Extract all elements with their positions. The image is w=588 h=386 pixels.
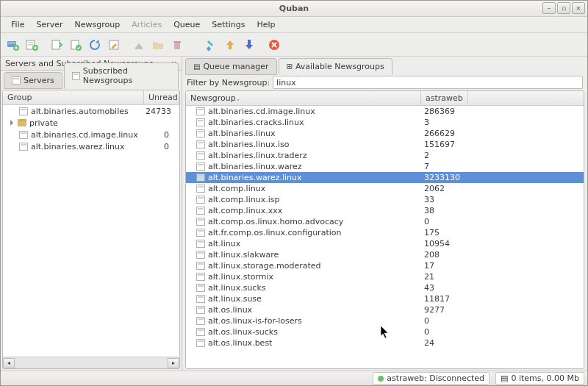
table-row[interactable]: alt.linux10954 (186, 238, 584, 249)
table-row[interactable]: alt.binaries.linux.iso151697 (186, 139, 584, 150)
newsgroups-table: Newsgroup⌄ astraweb alt.binaries.cd.imag… (185, 90, 584, 369)
table-header: Newsgroup⌄ astraweb (186, 91, 584, 106)
svg-rect-1 (8, 43, 15, 43)
status-queue: ▤ 0 items, 0.00 Mb (495, 372, 584, 385)
titlebar: Quban – ▫ × (1, 1, 587, 17)
status-dot-icon (378, 376, 384, 382)
table-row[interactable]: alt.os.linux-sucks0 (186, 326, 584, 337)
menu-newsgroup[interactable]: Newsgroup (69, 18, 126, 32)
minimize-button[interactable]: – (542, 2, 556, 14)
open-folder-button[interactable] (149, 36, 167, 54)
stop-button[interactable] (265, 36, 283, 54)
folder-icon (18, 119, 26, 126)
clean-button[interactable] (202, 36, 220, 54)
tree-body[interactable]: alt.binaries.automobiles24733privatealt.… (3, 105, 179, 357)
table-body[interactable]: alt.binaries.cd.image.linux286369alt.bin… (186, 106, 584, 368)
scroll-right-button[interactable]: ▸ (168, 358, 179, 368)
tree-row[interactable]: alt.binaries.warez.linux0 (3, 140, 179, 152)
th-server-count[interactable]: astraweb (421, 91, 468, 105)
tree-row[interactable]: alt.binaries.cd.image.linux0 (3, 129, 179, 140)
queue-icon: ▤ (193, 62, 200, 71)
svg-rect-15 (248, 40, 251, 45)
filter-label: Filter by Newsgroup: (187, 78, 270, 87)
delete-button[interactable] (168, 36, 186, 54)
table-row[interactable]: alt.linux.sucks43 (186, 282, 584, 293)
queue-icon: ▤ (501, 374, 508, 383)
th-unread[interactable]: Unread (144, 90, 179, 104)
refresh-button[interactable] (86, 36, 104, 54)
menu-server[interactable]: Server (30, 18, 68, 32)
tree-row[interactable]: private (3, 117, 179, 129)
table-row[interactable]: alt.linux.stormix21 (186, 271, 584, 282)
download-selected-button[interactable] (67, 36, 85, 54)
menu-file[interactable]: File (5, 18, 30, 32)
svg-rect-11 (135, 48, 143, 49)
maximize-button[interactable]: ▫ (557, 2, 570, 14)
news-icon (196, 262, 205, 270)
upload-button[interactable] (221, 36, 239, 54)
svg-rect-4 (28, 42, 33, 43)
edit-button[interactable] (105, 36, 123, 54)
table-row[interactable]: alt.os.linux9277 (186, 304, 584, 315)
table-row[interactable]: alt.binaries.linux.traderz2 (186, 150, 584, 161)
tab-queue-manager[interactable]: ▤Queue manager (185, 58, 277, 75)
table-row[interactable]: alt.comp.linux.xxx38 (186, 205, 584, 216)
menubar: FileServerNewsgroupArticlesQueueSettings… (1, 17, 587, 33)
table-row[interactable]: alt.comp.linux.isp33 (186, 194, 584, 205)
news-icon (196, 185, 205, 193)
th-group[interactable]: Group (3, 90, 144, 104)
news-icon (196, 129, 205, 137)
news-icon (196, 218, 205, 226)
table-row[interactable]: alt.binaries.linux266629 (186, 128, 584, 139)
table-row[interactable]: alt.binaries.cd.image.linux286369 (186, 106, 584, 117)
news-icon (19, 107, 28, 115)
table-row[interactable]: alt.os.linux.best24 (186, 337, 584, 349)
subscribed-tree: Group Unread alt.binaries.automobiles247… (2, 90, 180, 369)
add-server-button[interactable] (4, 36, 21, 54)
news-icon (196, 196, 205, 204)
news-icon (196, 174, 205, 182)
table-row[interactable]: alt.binaries.cracks.linux3 (186, 117, 584, 128)
th-newsgroup[interactable]: Newsgroup⌄ (186, 91, 421, 105)
tab-available-newsgroups[interactable]: ⊞Available Newsgroups (279, 58, 392, 75)
horizontal-scrollbar[interactable]: ◂ ▸ (3, 357, 179, 368)
svg-rect-12 (174, 42, 180, 49)
save-button[interactable] (130, 36, 148, 54)
scroll-left-button[interactable]: ◂ (3, 358, 15, 368)
collapse-icon[interactable] (10, 120, 13, 126)
menu-settings[interactable]: Settings (206, 18, 251, 32)
news-icon (196, 107, 205, 115)
table-row[interactable]: alt.linux.suse11817 (186, 293, 584, 304)
table-row[interactable]: alt.comp.linux2062 (186, 183, 584, 194)
news-icon (196, 251, 205, 259)
download-headers-button[interactable] (48, 36, 65, 54)
svg-rect-14 (229, 44, 232, 49)
svg-rect-7 (52, 40, 60, 49)
table-row[interactable]: alt.comp.os.linux.homo.advocacy0 (186, 216, 584, 227)
table-row[interactable]: alt.linux.slakware208 (186, 249, 584, 260)
tab-servers[interactable]: Servers (4, 72, 62, 89)
download-button[interactable] (240, 36, 258, 54)
tab-subscribed-newsgroups[interactable]: Subscribed Newsgroups (64, 62, 179, 89)
menu-articles: Articles (126, 18, 168, 32)
menu-queue[interactable]: Queue (168, 18, 206, 32)
news-icon (196, 118, 205, 126)
server-icon (12, 76, 21, 85)
add-group-button[interactable] (23, 36, 40, 54)
left-panel: Servers and Subscribed Newsgroups ✕ Serv… (1, 57, 182, 371)
table-row[interactable]: alt.binaries.linux.warez7 (186, 161, 584, 172)
svg-point-9 (76, 45, 82, 51)
news-icon (196, 284, 205, 292)
table-row[interactable]: alt.os.linux-is-for-losers0 (186, 315, 584, 326)
groups-icon: ⊞ (287, 62, 293, 71)
news-icon (196, 317, 205, 325)
table-row[interactable]: alt.linux.storage.moderated17 (186, 260, 584, 271)
right-tabbar: ▤Queue manager⊞Available Newsgroups (182, 57, 587, 74)
menu-help[interactable]: Help (251, 18, 281, 32)
content-area: Servers and Subscribed Newsgroups ✕ Serv… (1, 57, 587, 371)
table-row[interactable]: alt.fr.comp.os.linux.configuration175 (186, 227, 584, 238)
tree-row[interactable]: alt.binaries.automobiles24733 (3, 105, 179, 117)
filter-input[interactable] (273, 76, 583, 89)
close-button[interactable]: × (572, 2, 585, 14)
table-row[interactable]: alt.binaries.warez.linux3233130 (186, 172, 584, 183)
